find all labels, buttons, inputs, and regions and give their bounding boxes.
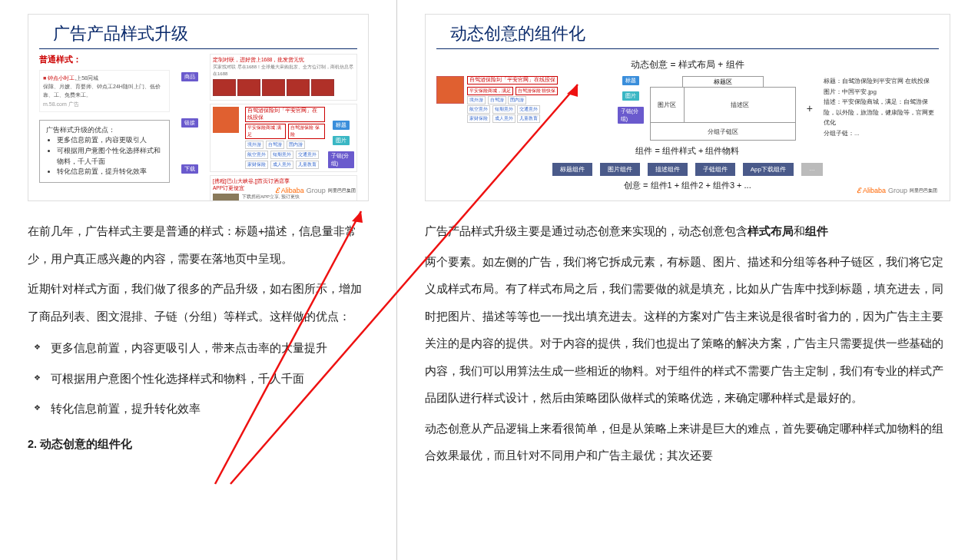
layout-title-area: 标题区 bbox=[682, 76, 764, 88]
bullet-list: 更多信息前置，内容更吸引人，带来点击率的大量提升 可根据用户意图个性化选择样式和… bbox=[28, 335, 369, 423]
slide-ad-upgrade: 广告产品样式升级 普通样式： ■ 钟点小时工,上58同城 保障、月嫂、育婴师、钟… bbox=[28, 14, 369, 201]
body-text-left: 在前几年，广告样式主要是普通的样式：标题+描述，信息量非常少，用户真正感兴趣的内… bbox=[28, 218, 369, 458]
component-chip: 标题组件 bbox=[552, 163, 592, 176]
component-row: 标题组件 图片组件 描述组件 子链组件 App下载组件 … bbox=[426, 161, 950, 177]
layout-box: 图片区 描述区 分组子链区 bbox=[650, 87, 796, 141]
slide-title: 广告产品样式升级 bbox=[39, 15, 357, 49]
side-tag-sublink: 子链(分组) bbox=[618, 107, 644, 124]
product-thumb bbox=[311, 79, 334, 96]
ad-block-2: 自驾游保险到「平安官网」在线投保 平安保险商城 满足 自驾游保险 保险 境外游 … bbox=[210, 104, 357, 172]
ad-image bbox=[213, 194, 239, 201]
side-tag-title: 标题 bbox=[622, 76, 639, 85]
ad-block-1: 定制对联，进好货上1688，批发货无忧 买家找对联 尽在1688！全球最大采购批… bbox=[210, 54, 357, 101]
product-thumb bbox=[287, 79, 310, 96]
tag-goods: 商品 bbox=[181, 72, 198, 81]
component-chip: 图片组件 bbox=[600, 163, 640, 176]
layout-desc-area: 描述区 bbox=[685, 88, 795, 122]
component-chip: 描述组件 bbox=[648, 163, 688, 176]
benefits-box: 广告样式升级的优点： 更多信息前置，内容更吸引人 可根据用户意图个性化选择样式和… bbox=[39, 120, 170, 183]
body-text-right: 广告产品样式升级主要是通过动态创意来实现的，动态创意包含样式布局和组件 两个要素… bbox=[425, 218, 950, 470]
mid-tag-column: 商品 链接 下载 bbox=[174, 54, 205, 192]
side-tag-image: 图片 bbox=[333, 136, 350, 145]
style-subhead: 普通样式： bbox=[39, 54, 170, 65]
product-thumb bbox=[262, 79, 285, 96]
formula-1: 动态创意 = 样式布局 + 组件 bbox=[426, 54, 950, 76]
layout-sublink-area: 分组子链区 bbox=[651, 123, 795, 140]
side-tag-sublink: 子链(分组) bbox=[328, 151, 354, 168]
layout-image-area: 图片区 bbox=[651, 88, 685, 122]
section-heading: 2. 动态创意的组件化 bbox=[28, 431, 369, 459]
left-page: 广告产品样式升级 普通样式： ■ 钟点小时工,上58同城 保障、月嫂、育婴师、钟… bbox=[0, 0, 396, 560]
plus-icon: + bbox=[802, 102, 817, 114]
side-tag-title: 标题 bbox=[333, 121, 350, 130]
formula-2: 组件 = 组件样式 + 组件物料 bbox=[426, 141, 950, 161]
sample-ad-unit: 自驾游保险到「平安官网」在线投保 平安保险商城，满足 自驾游保险 很快保 境外游… bbox=[436, 76, 644, 124]
alibaba-logo: ℰ Alibaba Group 阿里巴巴集团 bbox=[275, 187, 356, 194]
document-spread: 广告产品样式升级 普通样式： ■ 钟点小时工,上58同城 保障、月嫂、育婴师、钟… bbox=[0, 0, 978, 560]
component-chip: App下载组件 bbox=[743, 163, 794, 176]
sample-ad-card: ■ 钟点小时工,上58同城 保障、月嫂、育婴师、钟点工24H随叫上门、低价靠、工… bbox=[39, 70, 170, 112]
ad-image bbox=[213, 107, 239, 133]
product-thumb bbox=[213, 79, 236, 96]
slide-title: 动态创意的组件化 bbox=[436, 15, 939, 49]
side-tag-image: 图片 bbox=[622, 91, 639, 101]
slide-dynamic-creative: 动态创意的组件化 动态创意 = 样式布局 + 组件 自驾游保险到「平安官网」在线… bbox=[425, 14, 950, 201]
tag-link: 链接 bbox=[181, 118, 198, 128]
right-page: 动态创意的组件化 动态创意 = 样式布局 + 组件 自驾游保险到「平安官网」在线… bbox=[397, 0, 978, 560]
layout-meta: 标题：自驾游保险到平安官网 在线投保 图片：中国平安.jpg 描述：平安保险商城… bbox=[824, 76, 939, 139]
product-thumb bbox=[237, 79, 260, 96]
component-chip: 子链组件 bbox=[695, 163, 735, 176]
ad-image bbox=[436, 76, 464, 104]
tag-download: 下载 bbox=[181, 164, 198, 174]
component-more: … bbox=[801, 163, 823, 176]
upgraded-ads-column: 定制对联，进好货上1688，批发货无忧 买家找对联 尽在1688！全球最大采购批… bbox=[210, 54, 357, 192]
alibaba-logo: ℰ Alibaba Group 阿里巴巴集团 bbox=[857, 187, 937, 194]
